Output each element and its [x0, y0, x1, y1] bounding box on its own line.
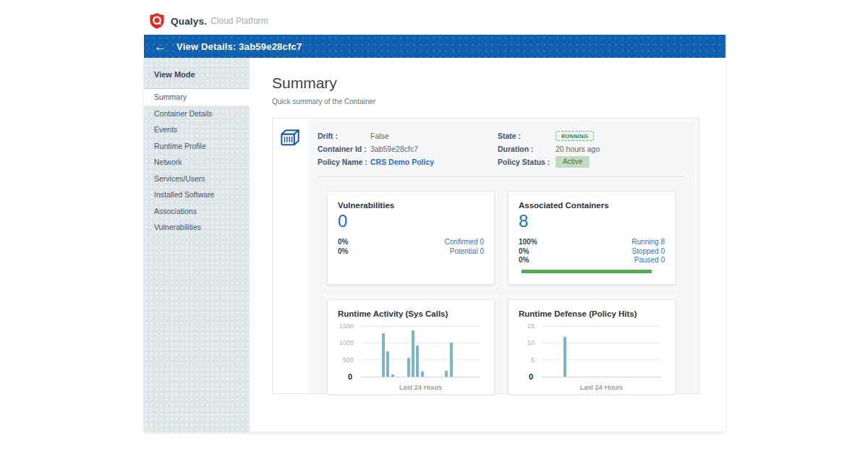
sidebar-item-events[interactable]: Events: [144, 121, 250, 138]
associated-containers-card-title: Associated Containers: [519, 201, 665, 210]
view-details-title: View Details: 3ab59e28cfc7: [176, 41, 302, 52]
panel-body: Drift : False Container Id : 3ab59e28cfc…: [307, 119, 699, 393]
running-percent: 100%: [519, 238, 537, 246]
sidebar-item-vulnerabilities[interactable]: Vulnerabilities: [144, 219, 250, 236]
policy-name-label: Policy Name :: [318, 158, 370, 166]
runtime-defense-plot: [542, 324, 661, 377]
chart-bar: [421, 372, 424, 377]
container-box-icon: [279, 127, 301, 149]
potential-percent: 0%: [338, 247, 348, 255]
paused-link[interactable]: Paused 0: [634, 256, 665, 264]
sidebar-item-associations[interactable]: Associations: [144, 203, 250, 220]
duration-label: Duration :: [498, 145, 556, 153]
chart-bar: [391, 374, 394, 377]
policy-status-active-badge: Active: [556, 156, 590, 168]
sidebar-header: View Mode: [144, 58, 250, 89]
paused-percent: 0%: [519, 256, 529, 264]
sidebar-item-container-details[interactable]: Container Details: [144, 106, 250, 122]
chart-bar: [416, 346, 419, 377]
y-axis-zero-label: 0: [529, 372, 533, 381]
runtime-activity-x-label: Last 24 Hours: [361, 383, 480, 391]
chart-bar: [450, 343, 453, 377]
runtime-activity-chart: 150010005000 Last 24 Hours: [338, 322, 484, 392]
view-details-titlebar: ← View Details: 3ab59e28cfc7: [144, 35, 726, 58]
drift-label: Drift :: [318, 132, 370, 140]
panel-icon-column: [273, 119, 307, 393]
brand-name: Qualys.: [171, 16, 207, 27]
runtime-defense-y-axis: 151050: [519, 324, 539, 377]
duration-value: 20 hours ago: [556, 145, 600, 153]
stopped-link[interactable]: Stopped 0: [631, 247, 665, 255]
runtime-activity-card: Runtime Activity (Sys Calls) 15001000500…: [327, 299, 495, 395]
y-axis-zero-label: 0: [348, 372, 352, 381]
y-tick-label: 5: [531, 356, 535, 364]
confirmed-link[interactable]: Confirmed 0: [445, 238, 484, 246]
sidebar-item-installed-software[interactable]: Installed Software: [144, 187, 250, 203]
y-tick-label: 1000: [339, 339, 354, 346]
stopped-percent: 0%: [519, 247, 529, 255]
policy-name-link[interactable]: CRS Demo Policy: [370, 158, 434, 166]
vulnerabilities-card: Vulnerabilities 0 0% Confirmed 0 0% Pote…: [327, 191, 495, 285]
runtime-activity-y-axis: 150010005000: [338, 324, 358, 377]
vulnerabilities-card-title: Vulnerabilities: [338, 201, 484, 210]
vulnerabilities-count[interactable]: 0: [338, 212, 484, 231]
page-subtitle: Quick summary of the Container: [272, 98, 699, 106]
y-tick-label: 1500: [339, 322, 354, 330]
qualys-shield-icon: [149, 12, 165, 30]
runtime-activity-plot: [361, 324, 480, 377]
chart-bar: [407, 358, 410, 377]
associated-containers-card: Associated Containers 8 100% Running 8 0…: [508, 191, 676, 285]
back-arrow-icon[interactable]: ←: [154, 40, 166, 53]
container-info-fields: Drift : False Container Id : 3ab59e28cfc…: [318, 129, 687, 168]
y-tick-label: 500: [343, 356, 354, 364]
sidebar-item-network[interactable]: Network: [144, 154, 250, 171]
state-running-badge: RUNNING: [556, 131, 594, 141]
container-id-value: 3ab59e28cfc7: [370, 145, 418, 153]
associated-containers-count[interactable]: 8: [519, 212, 665, 231]
potential-link[interactable]: Potential 0: [450, 247, 484, 255]
drift-value: False: [370, 132, 389, 140]
running-link[interactable]: Running 8: [631, 238, 665, 246]
runtime-defense-chart: 151050 Last 24 Hours: [519, 322, 665, 392]
confirmed-percent: 0%: [338, 238, 348, 246]
main-content: Summary Quick summary of the Container: [250, 58, 726, 432]
chart-bar: [382, 333, 385, 377]
summary-panel: Drift : False Container Id : 3ab59e28cfc…: [272, 118, 699, 394]
containers-progress-fill: [522, 270, 652, 273]
chart-bar: [563, 337, 566, 377]
sidebar-item-summary[interactable]: Summary: [144, 89, 250, 106]
runtime-defense-x-label: Last 24 Hours: [542, 383, 661, 391]
sidebar-item-services-users[interactable]: Services/Users: [144, 171, 250, 187]
runtime-defense-card-title: Runtime Defense (Policy Hits): [519, 309, 665, 318]
state-label: State :: [498, 132, 556, 140]
page-title: Summary: [272, 74, 699, 92]
y-tick-label: 10: [527, 339, 535, 346]
fields-divider: [318, 176, 684, 177]
sidebar-item-runtime-profile[interactable]: Runtime Profile: [144, 138, 250, 155]
view-mode-sidebar: View Mode Summary Container Details Even…: [144, 58, 250, 432]
y-tick-label: 15: [527, 322, 535, 330]
runtime-defense-card: Runtime Defense (Policy Hits) 151050 Las…: [508, 299, 676, 395]
runtime-activity-card-title: Runtime Activity (Sys Calls): [338, 309, 484, 318]
brand-suffix: Cloud Platform: [210, 16, 268, 26]
containers-progress-bar: [522, 270, 652, 273]
brand-header: Qualys. Cloud Platform: [144, 7, 726, 35]
chart-bar: [412, 330, 414, 377]
container-id-label: Container Id :: [318, 145, 370, 153]
policy-status-label: Policy Status :: [498, 158, 556, 166]
chart-bar: [386, 351, 389, 377]
chart-bar: [445, 371, 448, 377]
app-window: Qualys. Cloud Platform ← View Details: 3…: [144, 7, 726, 432]
